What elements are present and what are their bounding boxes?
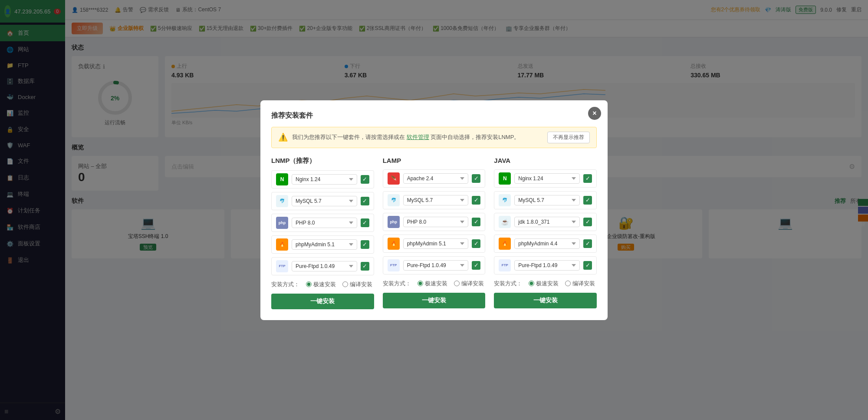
phpmyadmin-select[interactable]: phpMyAdmin 5.1 <box>292 239 357 250</box>
nginx-icon: N <box>276 173 288 185</box>
jdk-select[interactable]: jdk 1.8.0_371 <box>514 217 580 227</box>
nginx2-icon: N <box>499 172 511 185</box>
lnmp-ftpd: FTP Pure-Ftpd 1.0.49 ✓ <box>271 257 374 275</box>
php-check[interactable]: ✓ <box>361 218 369 227</box>
lamp-ftpd: FTP Pure-Ftpd 1.0.49 ✓ <box>383 256 486 274</box>
java-install-opts: 安装方式： 极速安装 编译安装 <box>494 280 597 288</box>
lnmp-install-button[interactable]: 一键安装 <box>271 294 374 309</box>
package-lamp: LAMP 🪶 Apache 2.4 ✓ 🐬 MySQL 5.7 ✓ php PH… <box>383 157 486 309</box>
mysql-check[interactable]: ✓ <box>361 197 369 205</box>
apache-select[interactable]: Apache 2.4 <box>403 173 469 184</box>
ftpd3-select[interactable]: Pure-Ftpd 1.0.49 <box>514 260 580 271</box>
package-lnmp: LNMP（推荐） N Nginx 1.24 ✓ 🐬 MySQL 5.7 ✓ ph… <box>271 157 374 309</box>
java-phpmyadmin: 🔥 phpMyAdmin 4.4 ✓ <box>494 235 597 253</box>
nginx2-select[interactable]: Nginx 1.24 <box>514 173 580 184</box>
jdk-icon: ☕ <box>499 216 511 228</box>
php2-check[interactable]: ✓ <box>472 218 480 226</box>
php2-icon: php <box>388 216 400 228</box>
ftpd2-icon: FTP <box>388 259 400 271</box>
phpmyadmin-icon: 🔥 <box>276 238 288 251</box>
java-mysql: 🐬 MySQL 5.7 ✓ <box>494 191 597 209</box>
phpmyadmin2-icon: 🔥 <box>388 238 400 250</box>
ftpd3-icon: FTP <box>499 259 511 271</box>
compile-install-radio[interactable]: 编译安装 <box>342 281 372 288</box>
lnmp-title: LNMP（推荐） <box>271 157 374 165</box>
mysql3-check[interactable]: ✓ <box>583 196 592 205</box>
packages-row: LNMP（推荐） N Nginx 1.24 ✓ 🐬 MySQL 5.7 ✓ ph… <box>271 157 597 309</box>
lamp-install-button[interactable]: 一键安装 <box>383 293 486 308</box>
apache-check[interactable]: ✓ <box>472 174 480 183</box>
modal-overlay[interactable]: × 推荐安装套件 ⚠️ 我们为您推荐以下一键套件，请按需选择或在 软件管理 页面… <box>0 0 868 420</box>
java-ftpd: FTP Pure-Ftpd 1.0.49 ✓ <box>494 256 597 274</box>
mysql2-icon: 🐬 <box>388 194 400 206</box>
php-select[interactable]: PHP 8.0 <box>292 218 357 228</box>
mysql2-select[interactable]: MySQL 5.7 <box>403 195 469 205</box>
compile-install-radio2[interactable]: 编译安装 <box>454 280 484 288</box>
java-title: JAVA <box>494 157 597 164</box>
phpmyadmin3-check[interactable]: ✓ <box>583 239 592 248</box>
phpmyadmin2-select[interactable]: phpMyAdmin 5.1 <box>403 238 469 249</box>
close-button[interactable]: × <box>588 107 601 120</box>
modal-title: 推荐安装套件 <box>271 111 597 120</box>
ftpd2-select[interactable]: Pure-Ftpd 1.0.49 <box>403 260 469 271</box>
install-label: 安装方式： <box>271 281 299 288</box>
mysql3-select[interactable]: MySQL 5.7 <box>514 195 580 205</box>
modal: × 推荐安装套件 ⚠️ 我们为您推荐以下一键套件，请按需选择或在 软件管理 页面… <box>260 100 608 320</box>
no-show-button[interactable]: 不再显示推荐 <box>547 132 590 143</box>
ftpd3-check[interactable]: ✓ <box>583 261 592 270</box>
java-nginx: N Nginx 1.24 ✓ <box>494 169 597 188</box>
lnmp-php: php PHP 8.0 ✓ <box>271 214 374 232</box>
alert-link[interactable]: 软件管理 <box>407 134 429 140</box>
mysql3-icon: 🐬 <box>499 194 511 206</box>
lnmp-mysql: 🐬 MySQL 5.7 ✓ <box>271 192 374 210</box>
lamp-install-opts: 安装方式： 极速安装 编译安装 <box>383 280 486 288</box>
lamp-title: LAMP <box>383 157 486 164</box>
jdk-check[interactable]: ✓ <box>583 218 592 226</box>
fast-install-radio3[interactable]: 极速安装 <box>529 280 559 288</box>
ftpd2-check[interactable]: ✓ <box>472 261 480 270</box>
lnmp-nginx: N Nginx 1.24 ✓ <box>271 170 374 189</box>
lnmp-install-opts: 安装方式： 极速安装 编译安装 <box>271 281 374 288</box>
phpmyadmin-check[interactable]: ✓ <box>361 240 369 249</box>
install-label3: 安装方式： <box>494 280 522 288</box>
ftpd-select[interactable]: Pure-Ftpd 1.0.49 <box>292 261 357 271</box>
java-jdk: ☕ jdk 1.8.0_371 ✓ <box>494 213 597 231</box>
phpmyadmin3-icon: 🔥 <box>499 238 511 250</box>
modal-alert: ⚠️ 我们为您推荐以下一键套件，请按需选择或在 软件管理 页面中自动选择，推荐安… <box>271 127 597 148</box>
ftpd-check[interactable]: ✓ <box>361 262 369 271</box>
warning-icon: ⚠️ <box>278 132 288 142</box>
install-label2: 安装方式： <box>383 280 411 288</box>
lamp-phpmyadmin: 🔥 phpMyAdmin 5.1 ✓ <box>383 235 486 253</box>
package-java: JAVA N Nginx 1.24 ✓ 🐬 MySQL 5.7 ✓ ☕ jdk … <box>494 157 597 309</box>
lnmp-phpmyadmin: 🔥 phpMyAdmin 5.1 ✓ <box>271 235 374 254</box>
java-install-button[interactable]: 一键安装 <box>494 293 597 308</box>
lamp-mysql: 🐬 MySQL 5.7 ✓ <box>383 191 486 209</box>
phpmyadmin3-select[interactable]: phpMyAdmin 4.4 <box>514 238 580 249</box>
nginx-select[interactable]: Nginx 1.24 <box>292 174 357 185</box>
fast-install-radio2[interactable]: 极速安装 <box>418 280 447 288</box>
mysql-icon: 🐬 <box>276 195 288 207</box>
lamp-php: php PHP 8.0 ✓ <box>383 213 486 231</box>
phpmyadmin2-check[interactable]: ✓ <box>472 239 480 248</box>
ftpd-icon: FTP <box>276 260 288 272</box>
fast-install-radio[interactable]: 极速安装 <box>306 281 336 288</box>
nginx-check[interactable]: ✓ <box>361 175 369 184</box>
lamp-apache: 🪶 Apache 2.4 ✓ <box>383 169 486 188</box>
nginx2-check[interactable]: ✓ <box>583 174 592 183</box>
mysql2-check[interactable]: ✓ <box>472 196 480 205</box>
mysql-select[interactable]: MySQL 5.7 <box>292 196 357 206</box>
apache-icon: 🪶 <box>388 172 400 185</box>
php2-select[interactable]: PHP 8.0 <box>403 217 469 227</box>
compile-install-radio3[interactable]: 编译安装 <box>565 280 595 288</box>
alert-text: 我们为您推荐以下一键套件，请按需选择或在 软件管理 页面中自动选择，推荐安装LN… <box>292 133 519 141</box>
php-icon: php <box>276 217 288 229</box>
